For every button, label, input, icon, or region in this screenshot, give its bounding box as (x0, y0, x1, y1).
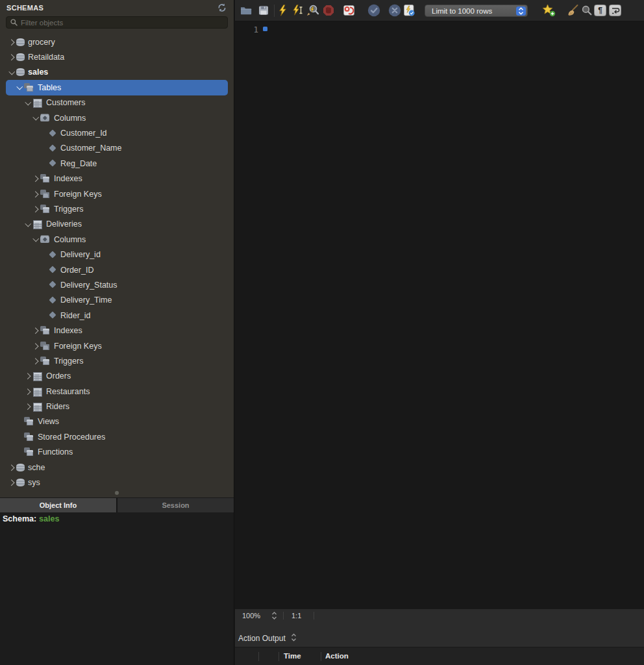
output-selector[interactable]: Action Output (238, 633, 297, 644)
table-icon (32, 220, 43, 229)
indexes-icon (40, 326, 51, 335)
chevron-down-icon[interactable] (31, 235, 40, 244)
rollback-icon[interactable] (388, 4, 401, 17)
chevron-right-icon[interactable] (7, 463, 16, 472)
tree-item-delivery-id[interactable]: Delivery_id (6, 247, 228, 262)
save-snippet-icon[interactable] (542, 4, 556, 17)
chevron-down-icon[interactable] (31, 114, 40, 123)
tree-item-customers[interactable]: Customers (6, 95, 228, 110)
pixel-ratio: 1:1 (291, 612, 301, 620)
tree-item-riders[interactable]: Riders (6, 399, 228, 414)
column-icon (49, 266, 57, 275)
tree-item-customers-indexes[interactable]: Indexes (6, 171, 228, 186)
tree-item-customers-foreign-keys[interactable]: Foreign Keys (6, 186, 228, 201)
tab-object-info[interactable]: Object Info (0, 498, 118, 512)
tree-item-deliveries-triggers[interactable]: Triggers (6, 353, 228, 368)
database-icon (16, 53, 25, 62)
tree-item-reg-date[interactable]: Reg_Date (6, 156, 228, 171)
chevron-down-icon[interactable] (15, 83, 24, 92)
tree-item-sche[interactable]: sche (6, 460, 228, 475)
sidebar-bottom-tabs: Object Info Session (0, 497, 234, 512)
tree-item-deliveries-indexes[interactable]: Indexes (6, 323, 228, 338)
tree-item-deliveries-foreign-keys[interactable]: Foreign Keys (6, 338, 228, 353)
tree-item-orders[interactable]: Orders (6, 369, 228, 384)
chevron-right-icon[interactable] (23, 371, 32, 381)
chevron-right-icon[interactable] (31, 326, 40, 335)
stop-on-error-icon[interactable] (343, 5, 355, 17)
tree-item-delivery-time[interactable]: Delivery_Time (6, 293, 228, 308)
beautify-icon[interactable] (566, 5, 579, 17)
stop-icon[interactable] (323, 5, 334, 16)
column-icon (49, 144, 57, 153)
chevron-right-icon[interactable] (7, 53, 16, 62)
tree-item-customer-name[interactable]: Customer_Name (6, 141, 228, 156)
filter-objects-input[interactable] (21, 19, 216, 27)
tree-item-functions[interactable]: Functions (6, 445, 228, 460)
schema-value: sales (39, 514, 59, 523)
chevron-placeholder (15, 447, 24, 457)
column-divider (321, 652, 321, 661)
chevron-right-icon[interactable] (23, 402, 32, 411)
tree-item-deliveries-columns[interactable]: Columns (6, 232, 228, 247)
zoom-stepper-icon[interactable] (271, 612, 277, 620)
sidebar-splitter[interactable] (0, 488, 234, 497)
chevron-right-icon[interactable] (23, 387, 32, 396)
show-invisibles-button[interactable] (594, 5, 606, 16)
statusbar-divider (283, 612, 284, 620)
tree-item-rider-id[interactable]: Rider_id (6, 308, 228, 323)
chevron-placeholder (40, 159, 49, 168)
find-icon[interactable] (581, 5, 593, 16)
chevron-right-icon[interactable] (31, 205, 40, 214)
schemas-title: SCHEMAS (6, 4, 43, 12)
tree-item-retaildata[interactable]: Retaildata (6, 49, 228, 64)
views-icon (24, 417, 34, 426)
tree-item-customers-columns[interactable]: Columns (6, 110, 228, 125)
execute-current-icon[interactable] (292, 5, 303, 17)
column-divider (258, 652, 259, 661)
search-icon (10, 19, 18, 26)
output-table-header: Time Action (235, 647, 644, 665)
dropdown-stepper-icon (516, 6, 526, 16)
refresh-schemas-icon[interactable] (217, 3, 227, 13)
tree-item-stored-procedures[interactable]: Stored Procedures (6, 429, 228, 444)
chevron-down-icon[interactable] (23, 98, 32, 107)
chevron-down-icon[interactable] (7, 68, 16, 77)
chevron-right-icon[interactable] (31, 190, 40, 199)
execute-icon[interactable] (278, 5, 288, 17)
tree-item-grocery[interactable]: grocery (6, 34, 228, 49)
open-script-icon[interactable] (240, 6, 252, 16)
column-divider (279, 652, 279, 661)
chevron-down-icon[interactable] (23, 220, 32, 229)
tree-item-customer-id[interactable]: Customer_Id (6, 125, 228, 140)
chevron-right-icon[interactable] (31, 357, 40, 366)
chevron-right-icon[interactable] (7, 38, 16, 47)
column-icon (49, 250, 57, 259)
commit-icon[interactable] (367, 4, 380, 17)
statusbar-divider (314, 612, 314, 620)
tree-item-sales[interactable]: sales (6, 65, 228, 80)
schemas-header: SCHEMAS (0, 0, 234, 15)
tree-item-tables[interactable]: Tables (6, 80, 228, 95)
tab-session[interactable]: Session (118, 498, 234, 512)
limit-rows-dropdown[interactable]: Limit to 1000 rows (425, 5, 528, 17)
statement-marker-icon (263, 27, 267, 31)
chevron-right-icon[interactable] (31, 342, 40, 351)
save-script-icon[interactable] (258, 6, 269, 16)
schemas-sidebar: SCHEMAS grocery Retaildata sales Tables … (0, 0, 234, 665)
tree-item-order-id[interactable]: Order_ID (6, 262, 228, 277)
explain-icon[interactable] (306, 5, 319, 17)
wrap-text-button[interactable] (609, 5, 621, 16)
chevron-right-icon[interactable] (31, 174, 40, 183)
functions-icon (24, 447, 34, 457)
tree-item-delivery-status[interactable]: Delivery_Status (6, 277, 228, 292)
tree-item-restaurants[interactable]: Restaurants (6, 384, 228, 399)
limit-rows-value: Limit to 1000 rows (432, 7, 492, 15)
database-icon (16, 38, 25, 47)
autocommit-icon[interactable] (402, 4, 416, 17)
chevron-right-icon[interactable] (7, 478, 16, 487)
sql-editor[interactable]: 1 (235, 21, 644, 609)
tree-item-deliveries[interactable]: Deliveries (6, 217, 228, 232)
tree-item-views[interactable]: Views (6, 414, 228, 429)
tree-item-customers-triggers[interactable]: Triggers (6, 201, 228, 216)
chevron-placeholder (15, 417, 24, 426)
